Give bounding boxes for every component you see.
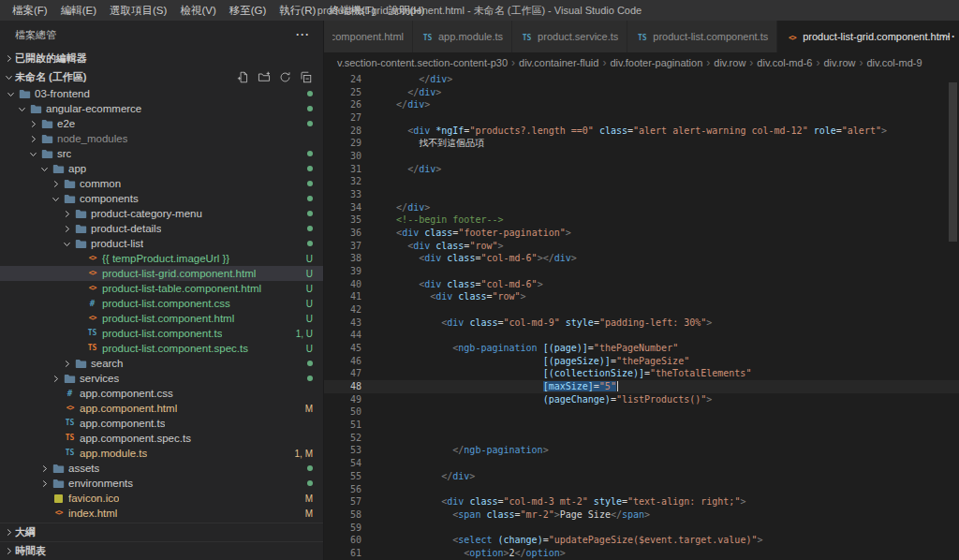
code-line[interactable]: 54 (324, 457, 959, 470)
code-line[interactable]: 35 <!--begin footer--> (324, 214, 959, 227)
tree-folder-assets[interactable]: assets (0, 461, 323, 476)
code-line[interactable]: 43 <div class="col-md-9" style="padding-… (324, 317, 959, 330)
line-number[interactable]: 57 (324, 495, 361, 508)
tree-folder-product-details[interactable]: product-details (0, 221, 323, 236)
line-number[interactable]: 38 (324, 252, 361, 265)
refresh-icon[interactable] (279, 71, 291, 83)
breadcrumb-item[interactable]: v.section-content.section-content-p30 (337, 57, 508, 68)
menu-s[interactable]: 選取項目(S) (103, 0, 173, 21)
tree-folder-app[interactable]: app (0, 161, 323, 176)
code-line[interactable]: 57 <div class="col-md-3 mt-2" style="tex… (324, 495, 959, 508)
code-line[interactable]: 53 </ngb-pagination> (324, 444, 959, 457)
tab-product-list-component-html[interactable]: product-list.component.html (324, 21, 413, 52)
line-number[interactable]: 26 (324, 98, 361, 111)
line-number[interactable]: 43 (324, 317, 361, 330)
code-line[interactable]: 42 (324, 303, 959, 317)
tab-product-service-ts[interactable]: TSproduct.service.ts (512, 21, 627, 52)
tree-folder-03-frontend[interactable]: 03-frontend (0, 86, 323, 101)
line-number[interactable]: 45 (324, 342, 361, 355)
code-line[interactable]: 40 <div class="col-md-6"> (324, 278, 959, 291)
code-line[interactable]: 27 (324, 111, 959, 125)
line-number[interactable]: 37 (324, 240, 361, 253)
section-open-editors[interactable]: 已開啟的編輯器 (0, 49, 323, 67)
tree-file-product-list-component-html[interactable]: <>product-list.component.htmlU (0, 311, 323, 326)
code-line[interactable]: 24 </div> (324, 73, 959, 86)
code-line[interactable]: 32 (324, 175, 959, 188)
line-number[interactable]: 25 (324, 86, 361, 99)
code-line[interactable]: 38 <div class="col-md-6"></div> (324, 252, 959, 265)
code-line[interactable]: 55 </div> (324, 470, 959, 483)
tree-file-product-list-component-spec-ts[interactable]: TSproduct-list.component.spec.tsU (0, 341, 323, 356)
line-number[interactable]: 48 (324, 380, 361, 393)
code-line[interactable]: 30 (324, 150, 959, 163)
code-line[interactable]: 28 <div *ngIf="products?.length ==0" cla… (324, 125, 959, 138)
tree-file-tempproduct-imageurl[interactable]: <>{{ tempProduct.imageUrl }}U (0, 251, 323, 266)
tree-folder-e2e[interactable]: e2e (0, 116, 323, 131)
menu-e[interactable]: 編輯(E) (54, 0, 103, 21)
code-line[interactable]: 25 </div> (324, 86, 959, 99)
code-line[interactable]: 61 <option>2</option> (324, 547, 959, 560)
line-number[interactable]: 40 (324, 278, 361, 291)
line-number[interactable]: 44 (324, 329, 361, 342)
code-line[interactable]: 58 <span class="mr-2">Page Size</span> (324, 508, 959, 522)
code-line[interactable]: 60 <select (change)="updatePageSize($eve… (324, 534, 959, 547)
tree-file-product-list-grid-component-html[interactable]: <>product-list-grid.component.htmlU (0, 266, 323, 281)
line-number[interactable]: 27 (324, 111, 361, 125)
code-line[interactable]: 34 </div> (324, 201, 959, 214)
code-line[interactable]: 41 <div class="row"> (324, 290, 959, 303)
tree-folder-search[interactable]: search (0, 356, 323, 371)
line-number[interactable]: 55 (324, 470, 361, 483)
code-line[interactable]: 49 (pageChange)="listProducts()"> (324, 393, 959, 406)
tree-file-app-component-spec-ts[interactable]: TSapp.component.spec.ts (0, 431, 323, 446)
line-number[interactable]: 58 (324, 508, 361, 522)
tab-app-module-ts[interactable]: TSapp.module.ts (413, 21, 512, 52)
tree-folder-product-category-menu[interactable]: product-category-menu (0, 206, 323, 221)
tree-file-product-list-table-component-html[interactable]: <>product-list-table.component.htmlU (0, 281, 323, 296)
code-line[interactable]: 59 (324, 522, 959, 535)
line-number[interactable]: 59 (324, 522, 361, 535)
line-number[interactable]: 61 (324, 547, 361, 560)
new-folder-icon[interactable] (258, 71, 271, 83)
tree-file-favicon-ico[interactable]: favicon.icoM (0, 491, 323, 506)
line-number[interactable]: 56 (324, 483, 361, 496)
line-number[interactable]: 24 (324, 73, 361, 86)
breadcrumb-item[interactable]: div.row (823, 57, 855, 68)
code-line[interactable]: 45 <ngb-pagination [(page)]="thePageNumb… (324, 342, 959, 355)
line-number[interactable]: 60 (324, 534, 361, 547)
code-line[interactable]: 36 <div class="footer-pagination"> (324, 227, 959, 240)
line-number[interactable]: 39 (324, 265, 361, 278)
tree-file-product-list-component-ts[interactable]: TSproduct-list.component.ts1, U (0, 326, 323, 341)
code-line[interactable]: 46 [(pageSize)]="thePageSize" (324, 355, 959, 368)
breadcrumb-item[interactable]: div.row (714, 57, 745, 68)
tree-file-product-list-component-css[interactable]: #product-list.component.cssU (0, 296, 323, 311)
editor-scrollbar-thumb[interactable] (949, 82, 957, 242)
menu-g[interactable]: 移至(G) (223, 0, 273, 21)
tree-folder-components[interactable]: components (0, 191, 323, 206)
collapse-all-icon[interactable] (300, 71, 312, 83)
line-number[interactable]: 49 (324, 393, 361, 406)
line-number[interactable]: 34 (324, 201, 361, 214)
menu-v[interactable]: 檢視(V) (173, 0, 222, 21)
code-line[interactable]: 31 </div> (324, 163, 959, 176)
tree-folder-src[interactable]: src (0, 146, 323, 161)
line-number[interactable]: 29 (324, 137, 361, 150)
section-outline[interactable]: 大綱 (0, 523, 323, 541)
menu-r[interactable]: 執行(R) (273, 0, 322, 21)
line-number[interactable]: 31 (324, 163, 361, 176)
breadcrumb-item[interactable]: div.col-md-9 (866, 57, 922, 68)
line-number[interactable]: 33 (324, 188, 361, 201)
tree-file-app-component-html[interactable]: <>app.component.htmlM (0, 401, 323, 416)
tree-file-app-module-ts[interactable]: TSapp.module.ts1, M (0, 446, 323, 461)
tab-product-list-component-ts[interactable]: TSproduct-list.component.ts (627, 21, 777, 52)
menu-f[interactable]: 檔案(F) (6, 0, 54, 21)
new-file-icon[interactable] (237, 71, 249, 83)
tree-folder-angular-ecommerce[interactable]: angular-ecommerce (0, 101, 323, 116)
section-workspace[interactable]: 未命名 (工作區) (0, 67, 323, 86)
tree-folder-common[interactable]: common (0, 176, 323, 191)
section-timeline[interactable]: 時間表 (0, 541, 323, 560)
line-number[interactable]: 52 (324, 432, 361, 445)
line-number[interactable]: 42 (324, 303, 361, 317)
code-line[interactable]: 26 </div> (324, 98, 959, 111)
code-line[interactable]: 56 (324, 483, 959, 496)
breadcrumb-item[interactable]: div.col-md-6 (757, 57, 812, 68)
